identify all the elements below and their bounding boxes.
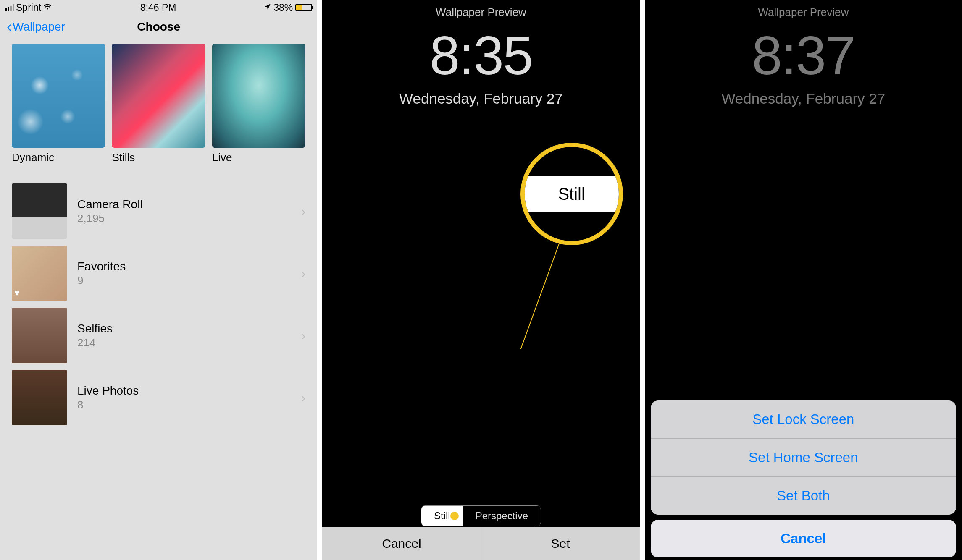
cancel-button[interactable]: Cancel — [322, 527, 481, 560]
status-left: Sprint — [5, 2, 52, 13]
album-count: 9 — [77, 274, 301, 287]
album-favorites[interactable]: ♥ Favorites 9 › — [0, 242, 317, 304]
album-live-photos[interactable]: Live Photos 8 › — [0, 366, 317, 429]
set-home-screen-button[interactable]: Set Home Screen — [651, 439, 956, 477]
callout-line — [520, 231, 564, 350]
album-selfies[interactable]: Selfies 214 › — [0, 304, 317, 366]
nav-title: Choose — [137, 20, 180, 34]
set-both-button[interactable]: Set Both — [651, 477, 956, 515]
preview-header: Wallpaper Preview — [322, 0, 639, 25]
back-label: Wallpaper — [13, 20, 65, 34]
set-button[interactable]: Set — [481, 527, 640, 560]
album-list: Camera Roll 2,195 › ♥ Favorites 9 › Self… — [0, 180, 317, 429]
sheet-cancel-button[interactable]: Cancel — [651, 520, 956, 557]
preview-header: Wallpaper Preview — [645, 0, 962, 25]
toggle-still-label: Still — [434, 510, 450, 521]
moon-wallpaper — [656, 97, 950, 390]
album-info: Live Photos 8 — [77, 384, 301, 411]
album-title: Camera Roll — [77, 198, 301, 211]
carrier-label: Sprint — [16, 2, 41, 13]
category-row: Dynamic Stills Live — [0, 44, 317, 164]
magnifier-callout: Still — [520, 143, 623, 245]
album-thumb — [12, 308, 67, 363]
dynamic-thumb — [12, 44, 105, 148]
lock-time: 8:37 — [645, 28, 962, 83]
action-sheet: Set Lock Screen Set Home Screen Set Both… — [651, 400, 956, 560]
category-label: Live — [212, 151, 305, 164]
album-count: 8 — [77, 398, 301, 411]
album-thumb — [12, 370, 67, 425]
signal-icon — [5, 4, 14, 11]
album-info: Favorites 9 — [77, 260, 301, 287]
toggle-perspective[interactable]: Perspective — [463, 506, 541, 526]
status-time: 8:46 PM — [140, 2, 176, 13]
live-thumb — [212, 44, 305, 148]
lock-time: 8:35 — [322, 28, 639, 83]
perspective-toggle[interactable]: Still Perspective — [421, 505, 541, 526]
lock-date: Wednesday, February 27 — [322, 90, 639, 107]
album-info: Camera Roll 2,195 — [77, 198, 301, 225]
magnifier-label: Still — [525, 176, 619, 212]
album-thumb — [12, 183, 67, 239]
sheet-group: Set Lock Screen Set Home Screen Set Both — [651, 400, 956, 515]
lock-date: Wednesday, February 27 — [645, 90, 962, 107]
battery-pct: 38% — [273, 2, 293, 13]
highlight-dot-icon — [450, 512, 459, 520]
album-count: 2,195 — [77, 212, 301, 225]
category-label: Stills — [112, 151, 205, 164]
status-right: 38% — [264, 2, 312, 13]
chevron-right-icon: › — [301, 328, 306, 343]
album-count: 214 — [77, 336, 301, 349]
location-icon — [264, 3, 271, 12]
screen-choose: Sprint 8:46 PM 38% ‹ Wallpaper Choose Dy… — [0, 0, 317, 560]
album-thumb: ♥ — [12, 246, 67, 301]
screen-preview-sheet: Wallpaper Preview 8:37 Wednesday, Februa… — [645, 0, 962, 560]
nav-header: ‹ Wallpaper Choose — [0, 15, 317, 41]
chevron-right-icon: › — [301, 390, 306, 406]
back-button[interactable]: ‹ Wallpaper — [7, 18, 65, 36]
album-camera-roll[interactable]: Camera Roll 2,195 › — [0, 180, 317, 242]
screen-preview-toggle: Wallpaper Preview 8:35 Wednesday, Februa… — [322, 0, 639, 560]
category-live[interactable]: Live — [212, 44, 305, 164]
set-lock-screen-button[interactable]: Set Lock Screen — [651, 400, 956, 439]
album-info: Selfies 214 — [77, 322, 301, 349]
chevron-left-icon: ‹ — [7, 18, 12, 36]
bottom-bar: Cancel Set — [322, 527, 639, 560]
chevron-right-icon: › — [301, 266, 306, 281]
category-dynamic[interactable]: Dynamic — [12, 44, 105, 164]
heart-icon: ♥ — [14, 288, 20, 298]
stills-thumb — [112, 44, 205, 148]
wifi-icon — [43, 3, 52, 13]
chevron-right-icon: › — [301, 204, 306, 219]
battery-icon — [295, 4, 312, 11]
category-stills[interactable]: Stills — [112, 44, 205, 164]
category-label: Dynamic — [12, 151, 105, 164]
album-title: Live Photos — [77, 384, 301, 398]
toggle-still[interactable]: Still — [421, 506, 463, 526]
album-title: Selfies — [77, 322, 301, 335]
album-title: Favorites — [77, 260, 301, 273]
status-bar: Sprint 8:46 PM 38% — [0, 0, 317, 15]
